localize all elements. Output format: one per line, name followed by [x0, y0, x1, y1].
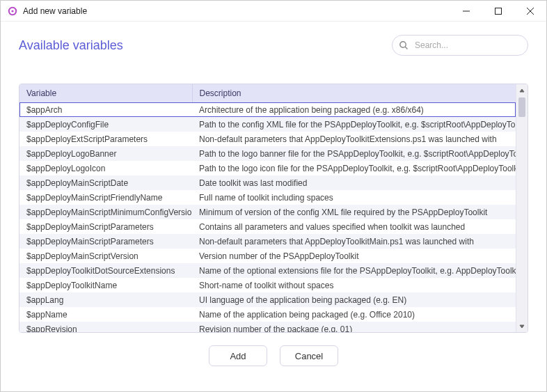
svg-point-6 — [400, 42, 406, 47]
svg-rect-3 — [496, 8, 502, 15]
svg-line-7 — [405, 47, 407, 49]
table-row[interactable]: $appDeployMainScriptParametersContains a… — [19, 219, 516, 234]
cell-variable: $appDeployMainScriptDate — [19, 175, 192, 190]
window-controls — [450, 1, 546, 21]
cell-description: Version number of the PSAppDeployToolkit — [192, 249, 516, 263]
cell-description: Date toolkit was last modified — [192, 175, 516, 190]
cell-variable: $appDeployMainScriptParameters — [19, 234, 192, 249]
search-input[interactable] — [392, 35, 528, 56]
cell-description: Architecture of the application being pa… — [192, 102, 516, 117]
table-row[interactable]: $appDeployMainScriptDateDate toolkit was… — [19, 175, 516, 190]
cell-variable: $appName — [19, 307, 192, 322]
titlebar: Add new variable — [1, 1, 546, 22]
svg-marker-8 — [520, 89, 524, 92]
table-row[interactable]: $appDeployLogoBannerPath to the logo ban… — [19, 146, 516, 161]
variables-table-area: Variable Description $appArchArchitectur… — [19, 84, 528, 333]
table-row[interactable]: $appDeployConfigFilePath to the config X… — [19, 117, 516, 132]
column-header-description[interactable]: Description — [192, 84, 516, 102]
close-button[interactable] — [514, 1, 546, 22]
add-button[interactable]: Add — [209, 345, 267, 366]
cell-variable: $appLang — [19, 292, 192, 307]
table-row[interactable]: $appDeployMainScriptVersion Version numb… — [19, 249, 516, 263]
cell-description: Path to the config XML file for the PSAp… — [192, 117, 516, 132]
cell-variable: $appDeployMainScriptParameters — [19, 219, 192, 234]
maximize-button[interactable] — [482, 1, 514, 22]
footer-buttons: Add Cancel — [19, 333, 528, 366]
search-icon — [399, 40, 409, 50]
svg-point-1 — [11, 10, 13, 12]
window-title: Add new variable — [23, 6, 87, 16]
cell-variable: $appDeployExtScriptParameters — [19, 132, 192, 146]
cell-variable: $appDeployToolkitDotSourceExtensions — [19, 263, 192, 278]
cell-description: Path to the logo icon file for the PSApp… — [192, 161, 516, 175]
table-row[interactable]: $appRevisionRevision number of the packa… — [19, 322, 516, 332]
table-row[interactable]: $appDeployToolkitNameShort-name of toolk… — [19, 278, 516, 292]
column-header-variable[interactable]: Variable — [19, 84, 192, 102]
table-row[interactable]: $appDeployExtScriptParametersNon-default… — [19, 132, 516, 146]
table-row[interactable]: $appDeployMainScriptFriendlyName Full na… — [19, 190, 516, 205]
scroll-track[interactable] — [516, 96, 528, 320]
variables-table: Variable Description $appArchArchitectur… — [19, 84, 516, 332]
scroll-up-arrow[interactable] — [516, 84, 528, 96]
cell-description: UI language of the application being pac… — [192, 292, 516, 307]
cell-description: Name of the application being packaged (… — [192, 307, 516, 322]
cell-description: Full name of toolkit including spaces — [192, 190, 516, 205]
table-row[interactable]: $appLangUI language of the application b… — [19, 292, 516, 307]
table-row[interactable]: $appDeployMainScriptMinimumConfigVersion… — [19, 205, 516, 219]
cell-variable: $appDeployMainScriptVersion — [19, 249, 192, 263]
cell-variable: $appArch — [19, 102, 192, 117]
vertical-scrollbar[interactable] — [516, 84, 528, 332]
cell-description: Name of the optional extensions file for… — [192, 263, 516, 278]
cell-description: Contains all parameters and values speci… — [192, 219, 516, 234]
cancel-button[interactable]: Cancel — [280, 345, 338, 366]
cell-description: Non-default parameters that AppDeployToo… — [192, 234, 516, 249]
app-icon — [8, 6, 17, 16]
cell-variable: $appDeployLogoIcon — [19, 161, 192, 175]
table-header-row: Variable Description — [19, 84, 516, 102]
cell-variable: $appDeployMainScriptFriendlyName — [19, 190, 192, 205]
variables-table-scroll[interactable]: Variable Description $appArchArchitectur… — [19, 84, 516, 332]
cell-description: Short-name of toolkit without spaces — [192, 278, 516, 292]
cell-description: Minimum of version of the config XML fil… — [192, 205, 516, 219]
scroll-thumb[interactable] — [518, 97, 525, 117]
cell-variable: $appRevision — [19, 322, 192, 332]
scroll-down-arrow[interactable] — [516, 320, 528, 332]
search-wrap — [392, 35, 528, 56]
cell-description: Revision number of the package (e.g. 01) — [192, 322, 516, 332]
table-row[interactable]: $appDeployToolkitDotSourceExtensionsName… — [19, 263, 516, 278]
table-row[interactable]: $appNameName of the application being pa… — [19, 307, 516, 322]
cell-variable: $appDeployConfigFile — [19, 117, 192, 132]
cell-variable: $appDeployMainScriptMinimumConfigVersion — [19, 205, 192, 219]
cell-variable: $appDeployToolkitName — [19, 278, 192, 292]
cell-description: Non-default parameters that AppDeployToo… — [192, 132, 516, 146]
cell-variable: $appDeployLogoBanner — [19, 146, 192, 161]
table-row[interactable]: $appDeployMainScriptParametersNon-defaul… — [19, 234, 516, 249]
content-area: Available variables Variable Description — [1, 22, 546, 366]
table-row[interactable]: $appDeployLogoIconPath to the logo icon … — [19, 161, 516, 175]
minimize-button[interactable] — [450, 1, 482, 22]
svg-marker-9 — [520, 325, 524, 328]
cell-description: Path to the logo banner file for the PSA… — [192, 146, 516, 161]
table-row[interactable]: $appArchArchitecture of the application … — [19, 102, 516, 117]
